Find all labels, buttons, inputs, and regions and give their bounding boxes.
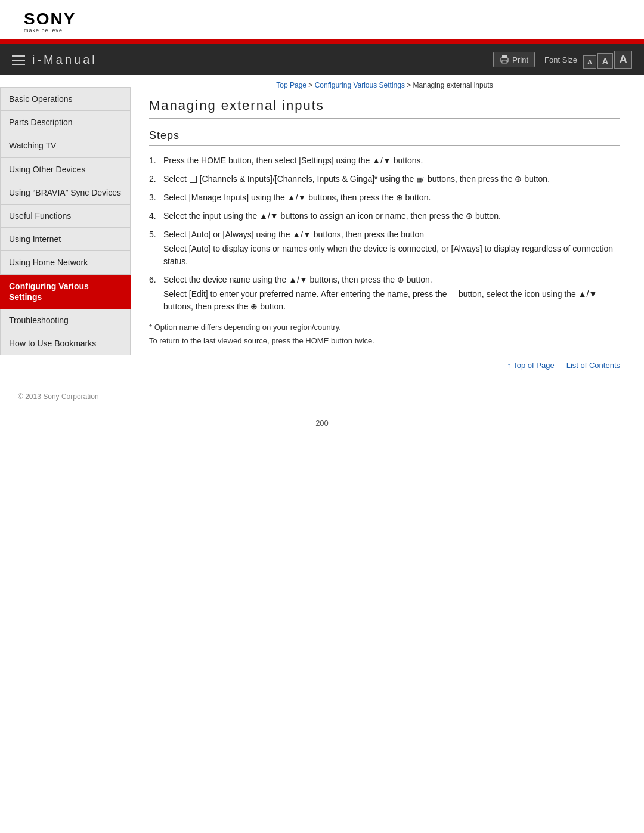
imanual-title: i-Manual	[32, 53, 97, 67]
sidebar-item-using-other-devices[interactable]: Using Other Devices	[0, 158, 131, 181]
step-3-num: 3.	[149, 191, 163, 204]
brand-name: SONY	[24, 11, 620, 27]
step-4: 4. Select the input using the ▲/▼ button…	[149, 210, 620, 222]
copyright-bar: © 2013 Sony Corporation	[0, 388, 644, 401]
font-size-label: Font Size	[544, 55, 577, 64]
sidebar-item-configuring-various-settings[interactable]: Configuring Various Settings	[0, 275, 131, 309]
step-5-text: Select [Auto] or [Always] using the ▲/▼ …	[163, 228, 620, 268]
breadcrumb-current: Managing external inputs	[413, 81, 493, 89]
print-button[interactable]: Print	[493, 52, 535, 67]
sidebar-item-how-to-use-bookmarks[interactable]: How to Use Bookmarks	[0, 332, 131, 355]
sidebar-item-using-home-network[interactable]: Using Home Network	[0, 251, 131, 274]
sony-logo: SONY make.believe	[24, 11, 620, 33]
step-4-num: 4.	[149, 210, 163, 222]
step-5: 5. Select [Auto] or [Always] using the ▲…	[149, 228, 620, 268]
breadcrumb-configuring[interactable]: Configuring Various Settings	[315, 81, 405, 89]
print-label: Print	[512, 55, 528, 64]
step-3: 3. Select [Manage Inputs] using the ▲/▼ …	[149, 191, 620, 204]
steps-list: 1. Press the HOME button, then select [S…	[149, 154, 620, 313]
logo-area: SONY make.believe	[0, 0, 644, 39]
top-of-page-link[interactable]: ↑ Top of Page	[507, 361, 554, 370]
content-footer: ↑ Top of Page List of Contents	[149, 357, 620, 370]
note-text: * Option name differs depending on your …	[149, 323, 620, 332]
page-title: Managing external inputs	[149, 98, 620, 119]
svg-rect-2	[502, 60, 507, 63]
sidebar-item-parts-description[interactable]: Parts Description	[0, 111, 131, 134]
font-large-button[interactable]: A	[614, 51, 632, 69]
step-6: 6. Select the device name using the ▲/▼ …	[149, 274, 620, 313]
sidebar-item-bravia-sync[interactable]: Using “BRAVIA” Sync Devices	[0, 181, 131, 205]
toolbar-left: i-Manual	[12, 53, 97, 67]
sidebar-item-using-internet[interactable]: Using Internet	[0, 228, 131, 251]
step-1-text: Press the HOME button, then select [Sett…	[163, 154, 620, 167]
toolbar-right: Print Font Size A A A	[493, 51, 632, 69]
steps-heading: Steps	[149, 129, 620, 146]
red-accent-bar	[0, 39, 644, 44]
grid-icon: ▦/	[416, 175, 423, 185]
sidebar-item-watching-tv[interactable]: Watching TV	[0, 134, 131, 157]
step-5-subtext: Select [Auto] to display icons or names …	[163, 243, 620, 268]
main-layout: Basic Operations Parts Description Watch…	[0, 75, 644, 388]
channels-icon	[190, 176, 197, 183]
step-2-num: 2.	[149, 173, 163, 185]
svg-rect-1	[502, 55, 507, 58]
list-of-contents-link[interactable]: List of Contents	[566, 361, 620, 370]
step-2-text: Select [Channels & Inputs]/[Channels, In…	[163, 173, 620, 185]
font-medium-button[interactable]: A	[597, 53, 613, 69]
step-4-text: Select the input using the ▲/▼ buttons t…	[163, 210, 620, 222]
step-6-text: Select the device name using the ▲/▼ but…	[163, 274, 620, 313]
menu-line-2	[12, 60, 25, 61]
brand-tagline: make.believe	[24, 28, 620, 33]
breadcrumb: Top Page > Configuring Various Settings …	[149, 81, 620, 89]
sidebar-item-useful-functions[interactable]: Useful Functions	[0, 205, 131, 228]
step-2: 2. Select [Channels & Inputs]/[Channels,…	[149, 173, 620, 185]
step-3-text: Select [Manage Inputs] using the ▲/▼ but…	[163, 191, 620, 204]
page-number: 200	[0, 401, 644, 433]
breadcrumb-top-page[interactable]: Top Page	[276, 81, 306, 89]
step-6-subtext: Select [Edit] to enter your preferred na…	[163, 288, 620, 313]
breadcrumb-sep2: >	[405, 81, 413, 89]
content-area: Top Page > Configuring Various Settings …	[131, 75, 644, 388]
font-small-button[interactable]: A	[583, 55, 596, 69]
sidebar-item-troubleshooting[interactable]: Troubleshooting	[0, 309, 131, 332]
step-1-num: 1.	[149, 154, 163, 167]
print-icon	[500, 55, 509, 64]
breadcrumb-sep1: >	[306, 81, 315, 89]
copyright-text: © 2013 Sony Corporation	[18, 392, 99, 401]
svg-point-3	[506, 59, 507, 60]
return-text: To return to the last viewed source, pre…	[149, 336, 620, 345]
step-5-num: 5.	[149, 228, 163, 241]
font-size-controls: A A A	[583, 51, 632, 69]
menu-line-3	[12, 64, 25, 65]
sidebar-item-basic-operations[interactable]: Basic Operations	[0, 87, 131, 111]
step-6-num: 6.	[149, 274, 163, 286]
menu-line-1	[12, 55, 25, 57]
menu-icon[interactable]	[12, 55, 25, 65]
sidebar: Basic Operations Parts Description Watch…	[0, 75, 131, 361]
step-1: 1. Press the HOME button, then select [S…	[149, 154, 620, 167]
imanual-toolbar: i-Manual Print Font Size A A A	[0, 44, 644, 75]
